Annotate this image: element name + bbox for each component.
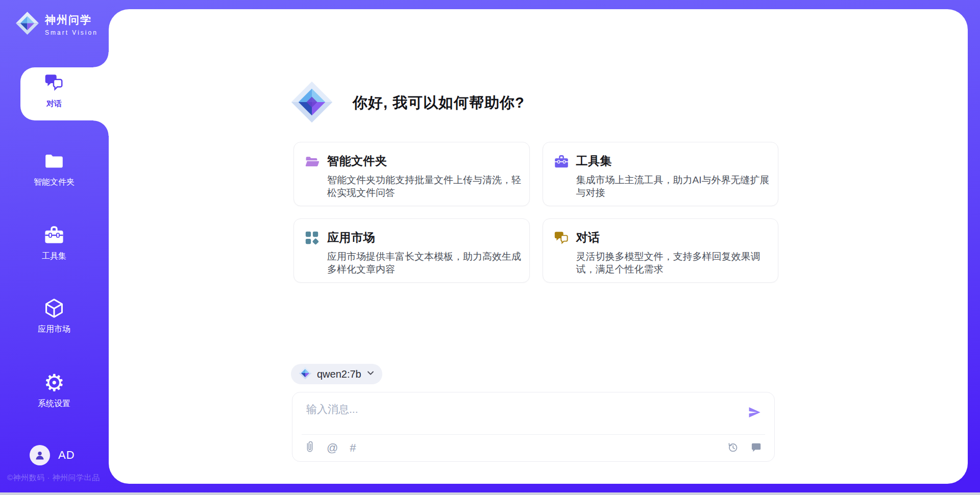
main-panel: 你好, 我可以如何帮助你? 智能文件夹 智能文件夹功能支持批量文件上传与清洗，轻… (109, 9, 968, 484)
app-grid-icon (304, 230, 321, 273)
card-app-market[interactable]: 应用市场 应用市场提供丰富长文本模板，助力高效生成多样化文章内容 (293, 218, 530, 283)
copyright-footer: ©神州数码 · 神州问学出品 (7, 473, 104, 483)
sidebar-item-label: 系统设置 (38, 399, 70, 409)
avatar (30, 445, 50, 465)
sidebar-item-label: 工具集 (42, 251, 66, 262)
folder-icon (43, 150, 65, 172)
chevron-down-icon (366, 369, 375, 379)
card-description: 灵活切换多模型文件，支持多样回复效果调试，满足个性化需求 (576, 250, 771, 276)
card-title: 工具集 (576, 153, 771, 169)
feature-cards: 智能文件夹 智能文件夹功能支持批量文件上传与清洗，轻松实现文件问答 工具集 集成… (293, 142, 778, 283)
sidebar: 神州问学 Smart Vision 对话 智能文件夹 (0, 0, 109, 495)
gear-icon: ⚙ (43, 372, 64, 394)
brand-name: 神州问学 (45, 13, 98, 27)
model-name: qwen2:7b (317, 368, 361, 380)
diamond-logo-icon (290, 81, 333, 126)
chat-icon (553, 230, 570, 273)
card-description: 智能文件夹功能支持批量文件上传与清洗，轻松实现文件问答 (327, 174, 522, 199)
briefcase-icon (553, 153, 570, 196)
cube-icon (43, 297, 65, 319)
diamond-logo-icon (299, 366, 312, 382)
chat-icon (43, 72, 65, 94)
card-description: 应用市场提供丰富长文本模板，助力高效生成多样化文章内容 (327, 250, 522, 276)
user-account[interactable]: AD (30, 445, 75, 465)
message-input[interactable] (292, 392, 774, 432)
composer-toolbar: @ # (292, 435, 774, 461)
user-name: AD (58, 449, 75, 462)
history-icon[interactable] (727, 441, 739, 455)
card-chat[interactable]: 对话 灵活切换多模型文件，支持多样回复效果调试，满足个性化需求 (543, 218, 779, 283)
sidebar-item-label: 应用市场 (38, 324, 70, 335)
card-smart-folder[interactable]: 智能文件夹 智能文件夹功能支持批量文件上传与清洗，轻松实现文件问答 (293, 142, 530, 206)
at-icon[interactable]: @ (327, 442, 338, 454)
hash-icon[interactable]: # (350, 442, 356, 454)
sidebar-item-smart-folder[interactable]: 智能文件夹 (3, 150, 105, 188)
card-toolset[interactable]: 工具集 集成市场上主流工具，助力AI与外界无缝扩展与对接 (543, 142, 779, 206)
card-title: 智能文件夹 (327, 153, 522, 169)
message-composer: @ # (292, 392, 775, 462)
sidebar-item-label: 对话 (46, 99, 62, 109)
tab-fillet-bottom (93, 120, 109, 136)
sidebar-item-toolset[interactable]: 工具集 (3, 224, 105, 262)
greeting: 你好, 我可以如何帮助你? (290, 81, 525, 126)
folder-open-icon (304, 153, 321, 196)
card-title: 对话 (576, 230, 771, 245)
bottom-edge-strip (0, 492, 980, 495)
sidebar-item-label: 智能文件夹 (34, 177, 75, 188)
card-description: 集成市场上主流工具，助力AI与外界无缝扩展与对接 (576, 174, 771, 199)
card-title: 应用市场 (327, 230, 522, 245)
briefcase-icon (43, 224, 65, 246)
greeting-title: 你好, 我可以如何帮助你? (353, 93, 525, 113)
sidebar-item-settings[interactable]: ⚙ 系统设置 (3, 372, 105, 409)
sidebar-item-chat[interactable]: 对话 (23, 72, 85, 109)
model-selector[interactable]: qwen2:7b (291, 364, 382, 384)
brand-logo: 神州问学 Smart Vision (15, 11, 98, 37)
send-icon[interactable] (747, 405, 762, 420)
diamond-logo-icon (15, 11, 39, 37)
sidebar-item-app-market[interactable]: 应用市场 (3, 297, 105, 335)
paperclip-icon[interactable] (305, 441, 315, 455)
brand-subtitle: Smart Vision (45, 29, 98, 36)
chat-bubble-icon[interactable] (750, 441, 762, 455)
tab-fillet-top (93, 52, 109, 67)
